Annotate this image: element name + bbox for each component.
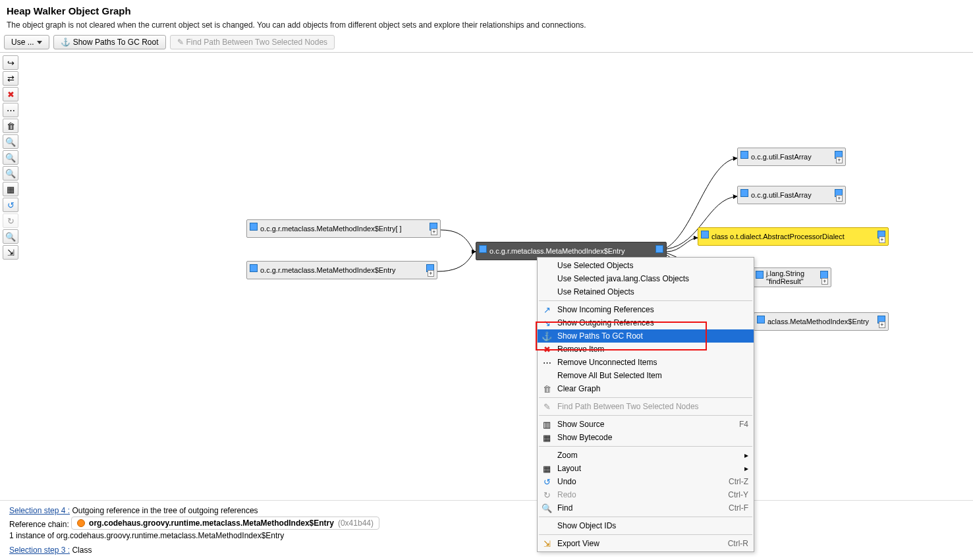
expand-icon[interactable]: + <box>821 278 828 285</box>
chevron-right-icon: ▸ <box>744 464 748 473</box>
chevron-right-icon: ▸ <box>744 451 748 460</box>
grid-icon[interactable]: ▦ <box>3 182 18 196</box>
show-paths-label: Show Paths To GC Root <box>73 38 159 47</box>
graph-node[interactable]: o.c.g.r.metaclass.MetaMethodIndex$Entry[… <box>246 219 441 238</box>
show-paths-gc-root-button[interactable]: ⚓ Show Paths To GC Root <box>53 35 166 49</box>
graph-node[interactable]: aclass.MetaMethodIndex$Entry + <box>754 312 889 331</box>
menu-find-path: ✎Find Path Between Two Selected Nodes <box>538 400 754 413</box>
zoom-out-icon[interactable]: 🔍 <box>3 150 18 165</box>
top-toolbar: Use ... ⚓ Show Paths To GC Root ✎ Find P… <box>0 32 973 52</box>
graph-node[interactable]: o.c.g.util.FastArray + <box>737 148 846 166</box>
menu-use-retained[interactable]: Use Retained Objects <box>538 285 754 298</box>
node-icon <box>820 271 828 279</box>
node-icon <box>250 264 258 272</box>
menu-separator <box>539 397 752 398</box>
expand-icon[interactable]: + <box>431 229 437 235</box>
selection-step-3-text: Class <box>72 546 92 555</box>
graph-canvas[interactable]: o.c.g.r.metaclass.MetaMethodIndex$Entry[… <box>22 53 973 461</box>
more-icon[interactable]: ⋯ <box>3 103 18 117</box>
node-label2: "findResult" <box>766 277 804 285</box>
node-icon <box>740 189 748 197</box>
node-icon <box>740 151 748 159</box>
menu-find[interactable]: 🔍FindCtrl-F <box>538 501 754 515</box>
outgoing-icon[interactable]: ⇄ <box>3 71 18 86</box>
node-label: o.c.g.r.metaclass.MetaMethodIndex$Entry[… <box>260 225 402 233</box>
menu-remove-all-but[interactable]: Remove All But Selected Item <box>538 369 754 382</box>
expand-icon[interactable]: + <box>428 270 434 277</box>
menu-separator <box>539 446 752 447</box>
menu-zoom[interactable]: Zoom▸ <box>538 449 754 462</box>
menu-show-paths-gc-root[interactable]: ⚓Show Paths To GC Root <box>538 329 754 343</box>
context-menu: Use Selected Objects Use Selected java.l… <box>537 257 754 552</box>
zoom-in-icon[interactable]: 🔍 <box>3 134 18 149</box>
node-icon <box>250 223 258 231</box>
menu-clear-graph[interactable]: 🗑Clear Graph <box>538 382 754 395</box>
orange-dot-icon <box>77 519 85 527</box>
node-label: aclass.MetaMethodIndex$Entry <box>767 318 869 325</box>
chevron-down-icon <box>37 41 42 44</box>
pencil-icon: ✎ <box>177 38 184 47</box>
reference-chain-label: Reference chain: <box>9 520 69 529</box>
menu-remove-item[interactable]: ✖Remove Item <box>538 343 754 356</box>
redo-icon: ↻ <box>542 490 552 500</box>
undo-icon[interactable]: ↺ <box>3 198 18 212</box>
menu-show-object-ids[interactable]: Show Object IDs <box>538 519 754 532</box>
menu-separator <box>539 534 752 535</box>
reference-chain-class: org.codehaus.groovy.runtime.metaclass.Me… <box>89 518 334 528</box>
graph-node[interactable]: j.lang.String "findResult" + <box>752 267 831 287</box>
find-path-button: ✎ Find Path Between Two Selected Nodes <box>170 35 335 49</box>
menu-show-incoming[interactable]: ↗Show Incoming References <box>538 303 754 316</box>
expand-icon[interactable]: + <box>879 237 885 243</box>
undo-icon: ↺ <box>542 477 552 487</box>
menu-undo[interactable]: ↺UndoCtrl-Z <box>538 475 754 488</box>
page-title: Heap Walker Object Graph <box>7 5 966 16</box>
menu-remove-unconnected[interactable]: ⋯Remove Unconnected Items <box>538 356 754 369</box>
remove-icon[interactable]: ✖ <box>3 87 18 101</box>
menu-show-outgoing[interactable]: ↘Show Outgoing References <box>538 316 754 329</box>
node-icon <box>701 231 709 238</box>
expand-icon[interactable]: + <box>836 157 843 163</box>
page-description: The object graph is not cleared when the… <box>7 20 966 30</box>
graph-node[interactable]: o.c.g.r.metaclass.MetaMethodIndex$Entry … <box>246 261 437 279</box>
bytecode-icon: ▦ <box>542 433 552 443</box>
outgoing-icon: ↘ <box>542 318 552 328</box>
menu-show-bytecode[interactable]: ▦Show Bytecode <box>538 431 754 444</box>
graph-node[interactable]: o.c.g.util.FastArray + <box>737 186 846 204</box>
export-icon[interactable]: ⇲ <box>3 245 18 260</box>
footer: Selection step 4 : Outgoing reference in… <box>0 500 973 560</box>
node-label: o.c.g.util.FastArray <box>751 153 812 161</box>
node-icon <box>757 316 765 323</box>
menu-separator <box>539 415 752 416</box>
incoming-icon[interactable]: ↪ <box>3 55 18 70</box>
node-label: o.c.g.r.metaclass.MetaMethodIndex$Entry <box>260 266 395 274</box>
node-label: j.lang.String <box>766 269 804 277</box>
selection-step-3-link[interactable]: Selection step 3 : <box>9 546 70 555</box>
expand-icon[interactable]: + <box>879 322 885 328</box>
node-icon <box>479 245 487 253</box>
layout-icon: ▦ <box>542 464 552 474</box>
trash-icon[interactable]: 🗑 <box>3 119 18 133</box>
menu-use-selected-class[interactable]: Use Selected java.lang.Class Objects <box>538 272 754 285</box>
node-label: o.c.g.util.FastArray <box>751 191 812 199</box>
menu-use-selected[interactable]: Use Selected Objects <box>538 259 754 272</box>
menu-show-source[interactable]: ▥Show SourceF4 <box>538 418 754 431</box>
expand-icon[interactable]: + <box>836 195 843 202</box>
node-icon <box>655 245 663 253</box>
menu-redo: ↻RedoCtrl-Y <box>538 488 754 501</box>
incoming-icon: ↗ <box>542 305 552 315</box>
zoom-fit-icon[interactable]: 🔍 <box>3 166 18 181</box>
selection-step-4-link[interactable]: Selection step 4 : <box>9 506 70 515</box>
use-dropdown[interactable]: Use ... <box>4 35 49 49</box>
node-label: o.c.g.r.metaclass.MetaMethodIndex$Entry <box>489 247 625 255</box>
menu-export-view[interactable]: ⇲Export ViewCtrl-R <box>538 537 754 550</box>
menu-separator <box>539 300 752 301</box>
reference-chain-chip[interactable]: org.codehaus.groovy.runtime.metaclass.Me… <box>71 517 379 530</box>
trash-icon: 🗑 <box>542 384 552 394</box>
instance-text: 1 instance of org.codehaus.groovy.runtim… <box>9 531 964 540</box>
anchor-icon: ⚓ <box>542 331 552 341</box>
source-icon: ▥ <box>542 420 552 430</box>
find-path-label: Find Path Between Two Selected Nodes <box>186 38 328 47</box>
menu-layout[interactable]: ▦Layout▸ <box>538 462 754 475</box>
graph-node-highlight[interactable]: class o.t.dialect.AbstractProcessorDiale… <box>698 227 889 246</box>
find-icon[interactable]: 🔍 <box>3 229 18 244</box>
